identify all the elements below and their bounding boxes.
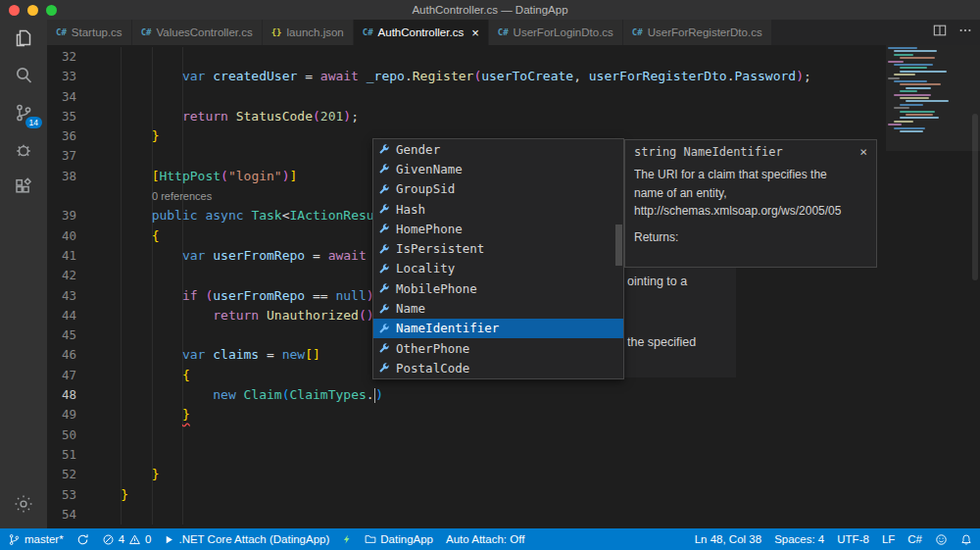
auto-attach-status[interactable]: Auto Attach: Off	[446, 528, 524, 550]
suggest-item-GroupSid[interactable]: GroupSid	[373, 179, 623, 199]
source-control-icon[interactable]: 14	[0, 94, 47, 131]
code-line[interactable]: {	[90, 226, 159, 246]
close-icon[interactable]: ×	[859, 145, 867, 158]
code-line[interactable]: }	[90, 126, 159, 146]
line-number[interactable]: 46	[47, 345, 76, 365]
encoding-status[interactable]: UTF-8	[837, 528, 869, 550]
line-number[interactable]: 48	[47, 385, 76, 405]
settings-gear-icon[interactable]	[0, 485, 47, 523]
code-line[interactable]: new Claim(ClaimTypes.)	[90, 385, 383, 405]
suggest-scrollbar-thumb[interactable]	[615, 225, 622, 266]
more-actions-icon[interactable]	[958, 24, 972, 41]
line-number[interactable]: 40	[47, 226, 76, 246]
line-number[interactable]: 49	[47, 405, 76, 425]
code-line[interactable]: public async Task<IActionResu	[90, 206, 374, 225]
search-icon[interactable]	[0, 57, 47, 94]
line-number[interactable]: 32	[47, 47, 76, 67]
scrollbar-thumb[interactable]	[972, 114, 978, 280]
eol-status[interactable]: LF	[882, 528, 895, 550]
extensions-icon[interactable]	[0, 169, 47, 206]
tab-UserForLoginDto.cs[interactable]: C#UserForLoginDto.cs×	[489, 20, 623, 45]
workspace-status[interactable]: DatingApp	[365, 528, 433, 550]
line-number[interactable]: 42	[47, 266, 76, 285]
file-type-icon: {}	[271, 27, 282, 37]
window-controls	[9, 5, 57, 16]
editor[interactable]: 3233 var createdUser = await _repo.Regis…	[47, 45, 980, 528]
code-line[interactable]: }	[90, 485, 128, 505]
problems-status[interactable]: 4 0	[102, 528, 152, 550]
suggest-item-label: Gender	[396, 142, 440, 157]
zoom-window-button[interactable]	[46, 5, 57, 16]
line-number[interactable]: 33	[47, 67, 76, 86]
property-icon	[378, 342, 390, 354]
cursor-position-status[interactable]: Ln 48, Col 38	[695, 528, 761, 550]
line-number[interactable]: 52	[47, 465, 76, 484]
code-line[interactable]: return StatusCode(201);	[90, 107, 359, 126]
suggest-item-Gender[interactable]: Gender	[373, 139, 623, 159]
property-icon	[378, 323, 390, 334]
suggest-item-OtherPhone[interactable]: OtherPhone	[373, 338, 623, 358]
code-line[interactable]: }	[90, 405, 190, 425]
suggest-item-PostalCode[interactable]: PostalCode	[373, 358, 623, 377]
line-number[interactable]: 41	[47, 246, 76, 266]
code-line[interactable]: }	[90, 465, 159, 484]
code-line[interactable]: var createdUser = await _repo.Register(u…	[90, 67, 811, 86]
code-line[interactable]: var userFromRepo = await	[90, 246, 367, 266]
line-number[interactable]: 39	[47, 206, 76, 225]
explorer-icon[interactable]	[0, 20, 47, 57]
codelens-references[interactable]: 0 references	[152, 186, 212, 206]
line-number[interactable]: 44	[47, 306, 76, 325]
tab-close-icon[interactable]: ×	[471, 26, 479, 39]
editor-scrollbar[interactable]	[970, 45, 980, 528]
auto-attach-indicator[interactable]	[342, 528, 352, 550]
suggest-item-Name[interactable]: Name	[373, 298, 623, 318]
feedback-smiley-icon[interactable]	[935, 528, 948, 550]
language-mode-status[interactable]: C#	[907, 528, 922, 550]
line-number[interactable]: 51	[47, 445, 76, 465]
tab-ValuesController.cs[interactable]: C#ValuesController.cs×	[132, 20, 263, 45]
suggest-item-IsPersistent[interactable]: IsPersistent	[373, 238, 623, 258]
line-number[interactable]: 54	[47, 505, 76, 525]
line-number[interactable]: 50	[47, 425, 76, 445]
suggest-item-NameIdentifier[interactable]: NameIdentifier	[373, 319, 623, 338]
tab-UserForRegisterDto.cs[interactable]: C#UserForRegisterDto.cs×	[623, 20, 772, 45]
code-line[interactable]: if (userFromRepo == null)	[90, 286, 374, 306]
minimize-window-button[interactable]	[27, 5, 38, 16]
line-number[interactable]: 36	[47, 126, 76, 146]
suggest-item-MobilePhone[interactable]: MobilePhone	[373, 278, 623, 298]
notifications-bell-icon[interactable]	[960, 528, 972, 550]
debug-icon[interactable]	[0, 131, 47, 169]
line-number[interactable]: 38	[47, 167, 76, 186]
suggest-item-HomePhone[interactable]: HomePhone	[373, 219, 623, 238]
code-line[interactable]: [HttpPost("login")]	[90, 167, 297, 186]
minimap-code-line	[894, 54, 913, 56]
tab-Startup.cs[interactable]: C#Startup.cs×	[47, 20, 132, 45]
tab-AuthController.cs[interactable]: C#AuthController.cs×	[354, 20, 489, 45]
tab-launch.json[interactable]: {}launch.json×	[263, 20, 354, 45]
tab-label: ValuesController.cs	[156, 26, 252, 38]
line-number[interactable]: 47	[47, 366, 76, 385]
minimap[interactable]	[886, 47, 970, 165]
indentation-status[interactable]: Spaces: 4	[774, 528, 824, 550]
split-editor-icon[interactable]	[933, 24, 947, 41]
git-branch-status[interactable]: master*	[8, 528, 64, 550]
line-number[interactable]: 53	[47, 485, 76, 505]
sync-changes-button[interactable]	[76, 528, 89, 550]
suggest-widget: GenderGivenNameGroupSidHashHomePhoneIsPe…	[372, 138, 624, 379]
debug-launch-config[interactable]: .NET Core Attach (DatingApp)	[164, 528, 329, 550]
line-number[interactable]: 34	[47, 87, 76, 107]
code-line[interactable]: return Unauthorized()	[90, 306, 374, 325]
error-icon	[102, 533, 115, 546]
suggest-item-label: GroupSid	[396, 181, 455, 196]
code-line[interactable]: {	[90, 366, 190, 385]
suggest-item-Locality[interactable]: Locality	[373, 259, 623, 278]
code-line[interactable]: var claims = new[]	[90, 345, 320, 365]
line-number[interactable]: 45	[47, 325, 76, 345]
close-window-button[interactable]	[9, 5, 20, 16]
minimap-code-line	[900, 57, 935, 59]
suggest-item-GivenName[interactable]: GivenName	[373, 159, 623, 178]
line-number[interactable]: 37	[47, 146, 76, 166]
line-number[interactable]: 43	[47, 286, 76, 306]
suggest-item-Hash[interactable]: Hash	[373, 199, 623, 219]
line-number[interactable]: 35	[47, 107, 76, 126]
